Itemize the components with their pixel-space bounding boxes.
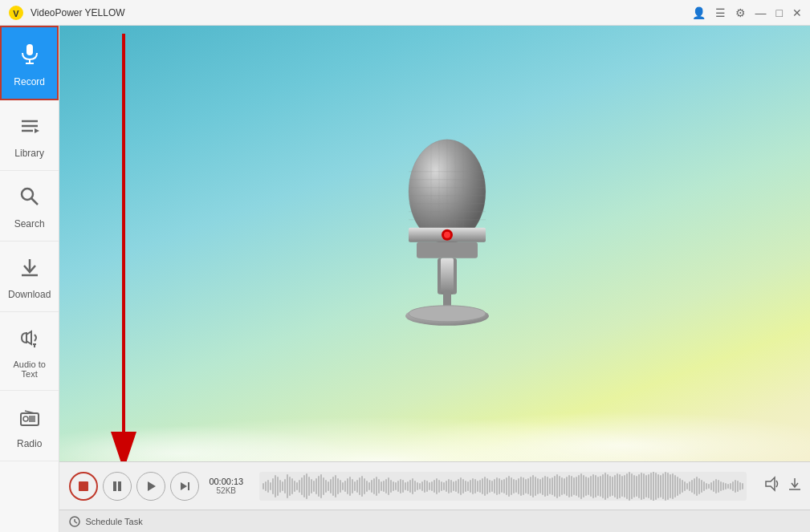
waveform-bars [259,472,747,501]
settings-icon[interactable]: ⚙ [735,6,746,19]
waveform-bar [263,483,264,489]
waveform-bar [421,481,423,491]
svg-point-14 [23,416,28,421]
time-info: 00:00:13 52KB [209,477,243,495]
maximize-icon[interactable]: □ [776,6,783,19]
minimize-icon[interactable]: — [755,6,767,19]
waveform-bar [722,482,724,490]
window-controls[interactable]: 👤 ☰ ⚙ — □ ✕ [692,6,802,19]
waveform-bar [325,480,327,493]
waveform-bar [602,474,604,498]
waveform-bar [337,478,339,494]
waveform-bar [624,475,625,497]
waveform-bar [617,473,618,499]
waveform-bar [653,472,654,501]
next-button[interactable] [170,472,199,501]
waveform-bar [462,479,464,493]
waveform-bar [308,477,310,496]
pause-button[interactable] [103,472,132,501]
waveform-bar [426,481,428,492]
waveform-bar [359,477,360,495]
schedule-icon [69,516,80,527]
waveform-bar [674,475,676,497]
waveform-bar [450,480,452,493]
sidebar-item-library[interactable]: Library [0,100,59,171]
waveform-bar [344,481,346,492]
waveform-bar [552,477,553,495]
waveform-bar [523,477,524,495]
waveform-bar [414,481,416,492]
sidebar-radio-label: Radio [17,438,42,449]
waveform-bar [737,481,739,492]
waveform-bar [735,480,736,493]
schedule-task-label[interactable]: Schedule Task [85,517,142,526]
sidebar-item-radio[interactable]: Radio [0,391,59,461]
download-audio-icon[interactable] [787,476,803,496]
waveform-bar [352,479,353,493]
bottom-bar: Schedule Task [59,510,810,532]
waveform-bar [491,481,493,492]
waveform-bar [626,473,628,499]
sidebar-item-search[interactable]: Search [0,171,59,242]
waveform-bar [486,478,488,494]
waveform-bar [583,475,584,497]
waveform-bar [340,480,341,493]
waveform-display[interactable] [259,472,747,501]
waveform-bar [267,480,269,493]
waveform-bar [496,477,498,495]
waveform-bar [501,480,503,493]
waveform-bar [417,482,418,490]
svg-text:V: V [13,9,19,18]
waveform-bar [609,476,611,497]
waveform-bar [482,478,483,494]
waveform-bar [371,480,372,493]
waveform-bar [373,478,375,494]
waveform-bar [672,473,674,499]
waveform-bar [429,482,430,490]
waveform-bar [265,481,267,491]
waveform-bar [739,482,741,490]
waveform-bar [294,481,295,492]
waveform-bar [494,479,495,493]
waveform-bar [535,477,536,496]
svg-point-9 [22,189,33,200]
waveform-bar [412,478,413,494]
stop-button[interactable] [69,472,98,501]
sidebar-audio-to-text-label: Audio to Text [8,359,51,379]
waveform-bar [682,480,683,493]
app-title: VideoPower YELLOW [31,7,692,18]
waveform-bar [296,482,298,490]
waveform-bar [525,479,527,493]
volume-icon[interactable] [764,476,780,496]
waveform-bar [706,483,707,489]
waveform-bar [537,478,539,494]
svg-marker-8 [35,128,39,133]
waveform-bar [311,479,312,493]
waveform-bar [527,478,529,494]
menu-icon[interactable]: ☰ [715,6,726,19]
svg-marker-50 [766,477,775,490]
user-icon[interactable]: 👤 [692,6,706,19]
waveform-bar [284,479,286,493]
microphone-illustration [375,127,519,339]
titlebar: V VideoPower YELLOW 👤 ☰ ⚙ — □ ✕ [0,0,810,26]
sidebar-item-record[interactable]: Record [0,26,59,100]
waveform-bar [595,475,596,497]
waveform-bar [453,481,454,491]
waveform-bar [520,477,522,496]
app-logo: V [8,5,24,21]
waveform-bar [419,483,421,489]
waveform-bar [542,477,543,495]
sidebar-item-download[interactable]: Download [0,242,59,312]
waveform-bar [660,475,661,497]
waveform-bar [272,478,274,494]
waveform-bar [619,474,621,498]
close-icon[interactable]: ✕ [792,6,802,19]
waveform-bar [323,477,324,495]
play-button[interactable] [136,472,165,501]
sidebar-item-audio-to-text[interactable]: Audio to Text [0,312,59,391]
waveform-bar [381,481,382,491]
waveform-bar [397,481,399,492]
waveform-bar [424,480,425,493]
waveform-bar [287,474,288,498]
